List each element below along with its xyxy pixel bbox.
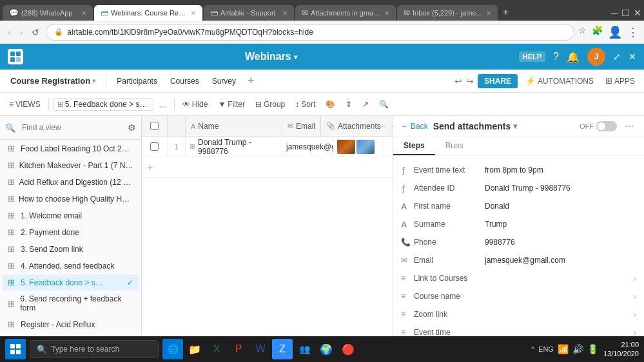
field-row-event-time[interactable]: ≡ Event time ›	[393, 323, 644, 335]
start-btn[interactable]	[5, 339, 26, 359]
sidebar-item-acid[interactable]: ⊞ Acid Reflux and Digestion (12 Oct 2020…	[3, 174, 139, 190]
more-views-icon[interactable]: …	[156, 99, 170, 110]
tab-runs[interactable]: Runs	[435, 137, 474, 155]
field-row-surname[interactable]: A Surname Trump	[393, 215, 644, 233]
tab-gmail-auto[interactable]: ✉ Attachments in gmail - Automati... ✕	[295, 5, 396, 21]
sidebar-item-payment[interactable]: ⊞ 2. Payment done	[3, 224, 139, 240]
field-row-first-name[interactable]: A First name Donald	[393, 197, 644, 215]
taskbar-edge[interactable]: 🌐	[162, 339, 183, 359]
taskbar-powerpoint[interactable]: P	[228, 339, 249, 359]
taskbar-teams[interactable]: 👥	[294, 339, 315, 359]
row-email-cell[interactable]: jamesquek@gmail.com	[282, 137, 333, 157]
views-btn[interactable]: ≡ VIEWS	[5, 97, 44, 111]
taskbar-zoom[interactable]: Z	[272, 339, 293, 359]
sidebar-item-welcome[interactable]: ⊞ 1. Welcome email	[3, 207, 139, 224]
taskbar-volume-icon[interactable]: 🔊	[572, 344, 583, 354]
close-tab-webinars[interactable]: ✕	[191, 10, 196, 17]
row-select-checkbox[interactable]	[150, 142, 159, 151]
expand-event-time[interactable]: ›	[633, 327, 636, 335]
sidebar-item-attended[interactable]: ⊞ 4. Attended, send feedback	[3, 258, 139, 274]
app-logo[interactable]	[8, 49, 23, 64]
app-title[interactable]: Webinars ▾	[245, 51, 297, 62]
user-avatar[interactable]: J	[587, 48, 605, 66]
row-height-btn[interactable]: ⇕	[342, 97, 356, 111]
search-btn[interactable]: 🔍	[375, 97, 393, 111]
row-attachments-cell[interactable]	[333, 137, 384, 157]
field-row-phone[interactable]: 📞 Phone 9988776	[393, 233, 644, 251]
sidebar-item-recording[interactable]: ⊞ 6. Send recording + feedback form	[3, 291, 139, 316]
col-attachments-header[interactable]: 📎 Attachments ›	[321, 116, 391, 137]
row-expand-icon[interactable]: ⊞	[190, 142, 195, 151]
sidebar-item-how-to[interactable]: ⊞ How to choose High Quality Health Supp…	[3, 191, 139, 207]
sidebar-item-kitchen[interactable]: ⊞ Kitchen Makeover - Part 1 (7 Nov 2020)	[3, 157, 139, 173]
select-all-checkbox[interactable]	[150, 122, 159, 130]
undo-icon[interactable]: ↩	[454, 76, 462, 86]
field-row-zoom-link[interactable]: ≡ Zoom link ›	[393, 305, 644, 323]
sidebar-item-zoom[interactable]: ⊞ 3. Send Zoom link	[3, 241, 139, 257]
find-view-input[interactable]	[18, 121, 125, 134]
sidebar-item-register-acid[interactable]: ⊞ Register - Acid Reflux	[3, 316, 139, 332]
taskbar-excel[interactable]: X	[206, 339, 227, 359]
share-view-btn[interactable]: ↗	[358, 97, 373, 111]
sidebar-item-feedback[interactable]: ⊞ 5. Feedback done > send attachments ✓	[3, 274, 139, 291]
row-name-cell[interactable]: ⊞ Donald Trump - 9988776	[186, 137, 282, 157]
field-row-link-courses[interactable]: ≡ Link to Courses ›	[393, 269, 644, 287]
automations-btn[interactable]: ⚡ AUTOMATIONS	[522, 73, 598, 88]
color-btn[interactable]: 🎨	[322, 97, 339, 111]
expand-course-name[interactable]: ›	[633, 291, 636, 301]
hide-fields-btn[interactable]: 👁 Hide	[179, 97, 212, 111]
sidebar-settings-btn[interactable]: ⚙	[128, 122, 136, 133]
field-row-course-name[interactable]: ≡ Course name ›	[393, 287, 644, 305]
tab-steps[interactable]: Steps	[393, 137, 435, 155]
base-name-btn[interactable]: Course Registration ▾	[5, 73, 101, 88]
bookmark-icon[interactable]: ☆	[578, 25, 587, 39]
tab-airtable[interactable]: 🗃 Airtable - Support ✕	[204, 5, 294, 21]
table-row[interactable]: 1 ⊞ Donald Trump - 9988776 jamesquek@gma…	[142, 137, 393, 157]
extension-icon[interactable]: 🧩	[592, 25, 603, 39]
share-btn[interactable]: SHARE	[478, 74, 518, 88]
col-email-header[interactable]: ✉ Email	[282, 116, 321, 137]
new-tab-btn[interactable]: +	[499, 6, 512, 18]
tab-whatsapp[interactable]: 💬 (288) WhatsApp ✕	[3, 5, 93, 21]
notification-icon[interactable]: 🔔	[567, 51, 580, 63]
question-icon[interactable]: ?	[553, 51, 559, 62]
close-tab-gmail-inbox[interactable]: ✕	[486, 10, 491, 17]
taskbar-word[interactable]: W	[250, 339, 271, 359]
taskbar-explorer[interactable]: 📁	[184, 339, 205, 359]
nav-courses[interactable]: Courses	[165, 74, 204, 88]
sidebar-item-food-label[interactable]: ⊞ Food Label Reading 10 Oct 2020	[3, 140, 139, 157]
address-bar[interactable]: 🔒 airtable.com/tbl1KlD9r8mPyeOa0/viwK7mu…	[46, 24, 574, 41]
taskbar-search-box[interactable]: 🔍 Type here to search	[30, 340, 159, 358]
redo-icon[interactable]: ↪	[466, 76, 474, 86]
menu-icon[interactable]: ⋮	[627, 25, 639, 39]
col-name-header[interactable]: A Name	[186, 116, 282, 137]
group-btn[interactable]: ⊟ Group	[251, 97, 289, 111]
restore-btn[interactable]: ─☐✕	[611, 8, 641, 18]
tab-gmail-inbox[interactable]: ✉ Inbox (5,229) - jamesquek@gma... ✕	[397, 5, 498, 21]
close-panel-icon[interactable]: ✕	[629, 52, 636, 62]
taskbar-chrome[interactable]: 🌍	[316, 339, 337, 359]
close-tab-airtable[interactable]: ✕	[282, 10, 288, 17]
back-btn[interactable]: ← Back	[401, 122, 428, 131]
taskbar-kbd-icon[interactable]: ENG	[538, 345, 554, 353]
panel-menu-btn[interactable]: ⋯	[622, 121, 636, 131]
taskbar-app-9[interactable]: 🔴	[338, 339, 358, 359]
apps-btn[interactable]: ⊞ APPS	[601, 73, 639, 88]
profile-icon[interactable]: 👤	[608, 25, 622, 39]
taskbar-arrow-icon[interactable]: ^	[531, 345, 534, 353]
help-button[interactable]: HELP	[519, 52, 545, 62]
filter-btn[interactable]: ▼ Filter	[214, 97, 249, 111]
nav-survey[interactable]: Survey	[207, 74, 241, 88]
close-tab-whatsapp[interactable]: ✕	[81, 10, 86, 17]
back-btn[interactable]: ‹	[5, 26, 14, 39]
expand-zoom-link[interactable]: ›	[633, 309, 636, 319]
reload-btn[interactable]: ↺	[29, 26, 42, 39]
close-tab-gmail-auto[interactable]: ✕	[384, 10, 389, 17]
field-row-attendee-id[interactable]: ƒ Attendee ID Donald Trump - 9988776	[393, 179, 644, 197]
sort-btn[interactable]: ↕ Sort	[291, 97, 319, 111]
expand-link-courses[interactable]: ›	[633, 273, 636, 283]
forward-btn[interactable]: ›	[17, 26, 26, 39]
taskbar-clock[interactable]: 21:00 13/10/2020	[603, 340, 639, 359]
add-row-btn[interactable]: +	[142, 157, 393, 178]
add-table-btn[interactable]: +	[244, 74, 259, 88]
